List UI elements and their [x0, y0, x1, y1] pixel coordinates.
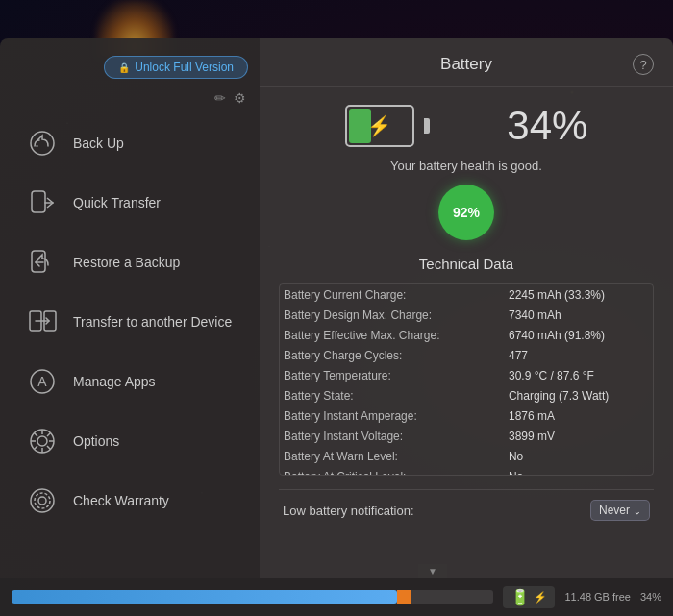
check-warranty-label: Check Warranty — [73, 493, 169, 508]
manage-apps-label: Manage Apps — [73, 374, 156, 389]
battery-health-text: Your battery health is good. — [279, 159, 654, 173]
backup-icon — [25, 126, 60, 160]
edit-icon[interactable]: ✏ — [214, 90, 226, 106]
quick-transfer-icon — [25, 185, 60, 220]
tech-value: 6740 mAh (91.8%) — [505, 325, 653, 345]
technical-data-table: Battery Current Charge:2245 mAh (33.3%)B… — [280, 284, 653, 476]
storage-free-text: 11.48 GB free — [564, 591, 631, 603]
nav-items: Back Up Quick Transfer — [0, 113, 260, 578]
tech-label: Battery Charge Cycles: — [280, 345, 505, 365]
sidebar-tools: ✏ ⚙ — [0, 86, 260, 113]
battery-icon-display: ⚡ — [345, 105, 422, 147]
sidebar-item-back-up[interactable]: Back Up — [6, 113, 254, 173]
svg-rect-1 — [32, 191, 45, 212]
restore-backup-label: Restore a Backup — [73, 255, 180, 270]
table-row: Battery At Critical Level:No — [280, 466, 653, 476]
quick-transfer-label: Quick Transfer — [73, 195, 161, 210]
table-row: Battery At Warn Level:No — [280, 446, 653, 466]
bottom-bar: 🔋 ⚡ 11.48 GB free 34% — [0, 578, 673, 616]
svg-text:A: A — [37, 374, 47, 389]
sidebar-item-restore-backup[interactable]: Restore a Backup — [6, 233, 254, 292]
table-row: Battery Design Max. Charge:7340 mAh — [280, 305, 653, 325]
tech-value: 30.9 °C / 87.6 °F — [505, 365, 653, 385]
bottom-battery-icon: 🔋 — [511, 588, 530, 606]
options-icon — [25, 424, 60, 458]
transfer-device-label: Transfer to another Device — [73, 314, 232, 330]
svg-line-15 — [47, 433, 51, 437]
back-up-label: Back Up — [73, 136, 124, 151]
sidebar-item-quick-transfer[interactable]: Quick Transfer — [6, 173, 254, 233]
storage-progress-bar — [12, 590, 493, 604]
storage-fill-blue — [12, 590, 397, 604]
tech-label: Battery At Warn Level: — [280, 446, 505, 466]
table-row: Battery Instant Amperage:1876 mA — [280, 406, 653, 426]
table-row: Battery Charge Cycles:477 — [280, 345, 653, 365]
tech-label: Battery Design Max. Charge: — [280, 305, 505, 325]
bottom-battery-widget: 🔋 ⚡ — [503, 586, 555, 608]
table-row: Battery Instant Voltage:3899 mV — [280, 426, 653, 446]
app-container: 🔒 Unlock Full Version ✏ ⚙ Back Up — [0, 38, 673, 578]
storage-percent-text: 34% — [640, 591, 661, 603]
tech-value: 3899 mV — [505, 426, 653, 446]
tech-label: Battery Effective Max. Charge: — [280, 325, 505, 345]
tech-value: 1876 mA — [505, 406, 653, 426]
tech-value: 7340 mAh — [505, 305, 653, 325]
sidebar-item-options[interactable]: Options — [6, 411, 254, 471]
storage-fill-orange — [397, 590, 411, 604]
tech-value: 2245 mAh (33.3%) — [505, 284, 653, 305]
svg-line-13 — [35, 433, 38, 437]
table-row: Battery Effective Max. Charge:6740 mAh (… — [280, 325, 653, 345]
chevron-down-icon: ⌃ — [634, 505, 641, 516]
table-row: Battery Temperature:30.9 °C / 87.6 °F — [280, 365, 653, 385]
tech-label: Battery State: — [280, 385, 505, 406]
tech-value: No — [505, 466, 653, 476]
restore-icon — [25, 245, 60, 280]
warranty-icon — [25, 483, 60, 518]
notification-value: Never — [599, 504, 630, 517]
notification-row: Low battery notification: Never ⌃ — [279, 489, 654, 525]
tech-value: Charging (7.3 Watt) — [505, 385, 653, 406]
sidebar-item-check-warranty[interactable]: Check Warranty — [6, 471, 254, 530]
sidebar-item-transfer-device[interactable]: Transfer to another Device — [6, 292, 254, 352]
sidebar: 🔒 Unlock Full Version ✏ ⚙ Back Up — [0, 38, 260, 578]
options-label: Options — [73, 433, 119, 449]
notification-label: Low battery notification: — [283, 504, 414, 518]
battery-section: ⚡ 34% — [279, 103, 654, 149]
manage-apps-icon: A — [25, 364, 60, 399]
main-panel: Battery ? ⚡ 34% Your battery health — [260, 38, 673, 578]
svg-line-14 — [47, 446, 51, 450]
gear-icon[interactable]: ⚙ — [234, 90, 246, 106]
tech-value: 477 — [505, 345, 653, 365]
battery-health-circle: 92% — [438, 185, 494, 240]
sidebar-item-manage-apps[interactable]: A Manage Apps — [6, 352, 254, 411]
tech-label: Battery Instant Amperage: — [280, 406, 505, 426]
technical-data-wrapper[interactable]: Battery Current Charge:2245 mAh (33.3%)B… — [279, 283, 654, 476]
svg-rect-2 — [32, 251, 45, 272]
transfer-device-icon — [25, 305, 60, 339]
lock-icon: 🔒 — [118, 62, 130, 73]
technical-data-title: Technical Data — [279, 256, 654, 272]
panel-scroll-indicator: ▼ — [418, 564, 447, 578]
table-row: Battery State:Charging (7.3 Watt) — [280, 385, 653, 406]
notification-select[interactable]: Never ⌃ — [590, 500, 650, 521]
battery-percent: 34% — [507, 103, 587, 149]
tech-label: Battery Instant Voltage: — [280, 426, 505, 446]
tech-label: Battery At Critical Level: — [280, 466, 505, 476]
battery-bolt-icon: ⚡ — [367, 114, 391, 137]
tech-label: Battery Current Charge: — [280, 284, 505, 305]
unlock-label: Unlock Full Version — [135, 61, 234, 74]
panel-title: Battery — [300, 55, 633, 74]
help-button[interactable]: ? — [633, 54, 654, 75]
battery-tip — [424, 118, 430, 134]
sidebar-header: 🔒 Unlock Full Version — [0, 48, 260, 86]
unlock-button[interactable]: 🔒 Unlock Full Version — [104, 56, 248, 79]
table-row: Battery Current Charge:2245 mAh (33.3%) — [280, 284, 653, 305]
tech-value: No — [505, 446, 653, 466]
svg-point-8 — [37, 436, 47, 446]
battery-body: ⚡ — [345, 105, 414, 147]
health-percent: 92% — [453, 205, 480, 220]
bottom-battery-bolt: ⚡ — [534, 591, 547, 604]
svg-line-16 — [35, 446, 38, 450]
tech-label: Battery Temperature: — [280, 365, 505, 385]
svg-point-18 — [35, 493, 50, 508]
